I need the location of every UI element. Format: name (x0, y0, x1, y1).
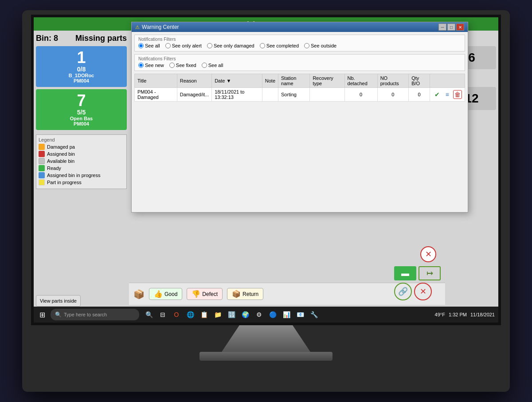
taskbar-right: 49°F 1:32 PM 11/18/2021 (435, 312, 497, 317)
legend-item-assigned-progress: Assigned bin in progress (39, 172, 124, 178)
modal-controls: ─ □ ✕ (438, 24, 464, 31)
taskbar-icon-calculator[interactable]: 🔢 (225, 308, 238, 321)
bin-part-7: PM004 (74, 121, 89, 126)
check-action-button[interactable]: ✔ (433, 90, 442, 99)
col-date: Date ▼ (212, 74, 262, 88)
return-label-button[interactable]: 📦 Return (227, 288, 263, 300)
taskbar: ⊞ 🔍 Type here to search 🔍 ⊟ O 🌐 📋 📁 🔢 🌍 … (34, 307, 498, 323)
taskbar-icon-search[interactable]: 🔍 (143, 308, 155, 321)
taskbar-icon-app2[interactable]: ⚙ (253, 308, 265, 321)
defect-label-button[interactable]: 👎 Defect (187, 288, 223, 300)
filter-see-new[interactable]: See new (138, 63, 164, 68)
legend-label-ready: Ready (47, 166, 61, 171)
col-reason: Reason (177, 74, 211, 88)
monitor: Kitting Parts - A Bin: 8 Missing parts 1… (22, 10, 510, 392)
left-panel: Bin: 8 Missing parts 1 0/8 B_1DORoc PM00… (34, 31, 129, 323)
bin-ref-label: Bin: 8 (36, 34, 58, 43)
export-icon[interactable]: ↦ (419, 266, 441, 280)
bin-card-7[interactable]: 7 5/5 Open Bas PM004 (36, 89, 127, 130)
table-row[interactable]: PM004 - Damaged Damaged/it... 18/11/2021… (135, 88, 465, 102)
green-box-icon[interactable]: ▬ (394, 266, 416, 280)
modal-minimize-button[interactable]: ─ (438, 24, 446, 31)
modal-maximize-button[interactable]: □ (447, 24, 455, 31)
taskbar-icon-chrome[interactable]: 🔵 (266, 308, 279, 321)
cell-note (262, 88, 278, 102)
cell-reason: Damaged/it... (177, 88, 211, 102)
filter-see-all[interactable]: See all (138, 43, 160, 48)
modal-titlebar: ⚠ Warning Center ─ □ ✕ (132, 22, 468, 32)
cell-date: 18/11/2021 to 13:32:13 (212, 88, 262, 102)
warning-center-modal[interactable]: ⚠ Warning Center ─ □ ✕ Notifications Fil… (131, 22, 468, 213)
col-actions (430, 74, 465, 88)
filter-see-outside[interactable]: See outside (304, 43, 336, 48)
filter-label-2: Notifications Filters (138, 56, 461, 61)
good-button[interactable]: 📦 (133, 289, 145, 300)
bin-label-7: Open Bas (70, 116, 93, 121)
legend-color-ready (39, 165, 45, 171)
bin-ratio-7: 5/5 (77, 109, 86, 116)
warning-icon: ⚠ (135, 24, 140, 30)
legend-label-assigned-progress: Assigned bin in progress (47, 173, 100, 178)
search-placeholder: Type here to search (64, 312, 107, 317)
bin-number-1: 1 (77, 50, 86, 66)
list-action-button[interactable]: ≡ (443, 90, 452, 99)
taskbar-icon-app1[interactable]: 📋 (198, 308, 210, 321)
taskbar-icon-app3[interactable]: 📊 (280, 308, 293, 321)
delete-action-button[interactable]: 🗑 (453, 90, 462, 99)
legend-color-part-progress (39, 179, 45, 185)
legend-item-available: Available bin (39, 158, 124, 164)
filter-see-alert[interactable]: See only alert (165, 43, 202, 48)
legend-item-assigned-bin: Assigned bin (39, 151, 124, 157)
legend-title: Legend (39, 137, 124, 142)
taskbar-icon-edge[interactable]: 🌐 (184, 308, 196, 321)
filter-see-fixed[interactable]: See fixed (169, 63, 196, 68)
taskbar-icon-app4[interactable]: 📧 (294, 308, 306, 321)
view-parts-inside-button[interactable]: View parts inside (36, 295, 81, 307)
col-qty-bo: Qty B/O (409, 74, 430, 88)
legend-label-available: Available bin (47, 158, 74, 164)
col-note: Note (262, 74, 278, 88)
taskbar-date: 11/18/2021 (470, 312, 495, 317)
cell-qty-bo: 0 (409, 88, 430, 102)
modal-close-button[interactable]: ✕ (456, 24, 464, 31)
good-label-button[interactable]: 👍 Good (149, 288, 182, 300)
taskbar-icon-browser[interactable]: 🌍 (239, 308, 251, 321)
col-recovery: Recovery type (310, 74, 344, 88)
link-icon[interactable]: 🔗 (394, 283, 412, 300)
legend: Legend Damaged pa Assigned bin Available… (36, 134, 127, 189)
return-text: Return (243, 291, 258, 297)
legend-label-damaged: Damaged pa (47, 144, 75, 150)
taskbar-icon-office[interactable]: O (170, 308, 183, 321)
legend-color-damaged (39, 144, 45, 150)
legend-label-part-progress: Part in progress (47, 180, 82, 185)
bin-part-1: PM004 (74, 78, 89, 83)
filter-section-2: Notifications Filters See new See fixed … (134, 54, 465, 71)
taskbar-icon-folder[interactable]: 📁 (211, 308, 224, 321)
x-circle-icon[interactable]: ✕ (414, 283, 432, 300)
legend-color-assigned-progress (39, 172, 45, 178)
legend-item-part-progress: Part in progress (39, 179, 124, 185)
legend-color-assigned-bin (39, 151, 45, 157)
bin-number-7: 7 (77, 93, 86, 109)
col-no-products: NO products (377, 74, 409, 88)
filter-see-damaged[interactable]: See only damaged (207, 43, 254, 48)
taskbar-icon-task[interactable]: ⊟ (156, 308, 169, 321)
taskbar-search-box[interactable]: 🔍 Type here to search (51, 309, 139, 320)
cancel-button[interactable]: ✕ (420, 246, 436, 262)
defect-text: Defect (202, 291, 218, 297)
filter-see-completed[interactable]: See completed (260, 43, 299, 48)
bin-ratio-1: 0/8 (77, 66, 86, 73)
monitor-base (200, 352, 332, 361)
good-text: Good (164, 291, 177, 297)
bin-card-1[interactable]: 1 0/8 B_1DORoc PM004 (36, 46, 127, 87)
taskbar-time: 1:32 PM (449, 312, 467, 317)
modal-body: Notifications Filters See all See only a… (132, 32, 468, 104)
table-header-row: Title Reason Date ▼ Note Station name Re… (135, 74, 465, 88)
legend-label-assigned-bin: Assigned bin (47, 151, 75, 157)
taskbar-icon-app5[interactable]: 🔧 (308, 308, 320, 321)
start-button[interactable]: ⊞ (35, 308, 49, 321)
filter-see-all-2[interactable]: See all (202, 63, 223, 68)
taskbar-temperature: 49°F (435, 312, 445, 317)
col-nb-detached: Nb. detached (344, 74, 377, 88)
cell-title: PM004 - Damaged (135, 88, 177, 102)
